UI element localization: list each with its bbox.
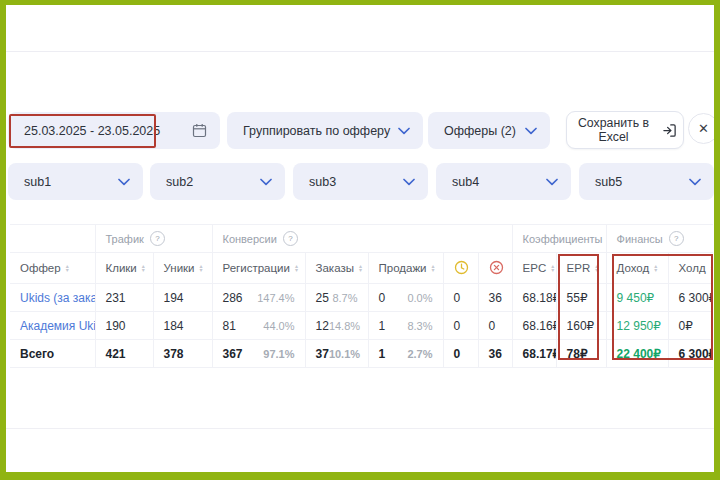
col-epc[interactable]: EPC [512, 253, 556, 284]
col-rejected[interactable] [478, 253, 512, 284]
group-conversions: Конверсии [212, 225, 512, 253]
offer-link[interactable]: Ukids (за заказ) [20, 291, 95, 305]
sort-icon [654, 264, 657, 272]
footer-divider [6, 428, 714, 429]
cell-epc: 68.18₽ [512, 284, 556, 312]
save-to-excel-label: Сохранить в Excel [573, 116, 654, 144]
cell-clicks: 190 [95, 312, 153, 340]
group-traffic-label: Трафик [106, 233, 144, 245]
cell-pending: 0 [443, 312, 478, 340]
sub5-dropdown[interactable]: sub5 [579, 163, 714, 200]
sort-icon [142, 264, 145, 272]
offers-dropdown[interactable]: Офферы (2) [428, 112, 550, 149]
cell-epr: 160₽ [556, 312, 606, 340]
cell-uniques: 194 [153, 284, 212, 312]
sort-icon [200, 264, 203, 272]
chevron-down-icon [525, 127, 537, 135]
export-excel-icon [662, 123, 677, 138]
col-pending[interactable] [443, 253, 478, 284]
col-orders[interactable]: Заказы [305, 253, 368, 284]
date-range-picker[interactable]: 25.03.2025 - 23.05.2025 [8, 112, 220, 149]
cell-income: 9 450₽ [606, 284, 668, 312]
cell-orders: 258.7% [305, 284, 368, 312]
chevron-down-icon [260, 178, 272, 186]
cell-pending: 0 [443, 284, 478, 312]
cell-registrations: 8144.0% [212, 312, 305, 340]
sub1-label: sub1 [24, 175, 51, 189]
table-group-header-row: Трафик Конверсии Коэффициенты Финансы [10, 225, 713, 253]
group-finances: Финансы [606, 225, 713, 253]
sub1-dropdown[interactable]: sub1 [8, 163, 143, 200]
cell-epc: 68.17₽ [512, 340, 556, 368]
pending-clock-icon [454, 260, 469, 275]
cell-hold: 6 300₽ [668, 284, 713, 312]
sub3-label: sub3 [309, 175, 336, 189]
sub4-dropdown[interactable]: sub4 [436, 163, 571, 200]
chevron-down-icon [118, 178, 130, 186]
cell-epr: 55₽ [556, 284, 606, 312]
rejected-cross-icon [489, 260, 504, 275]
table-total-row: Всего 421 378 36797.1% 3710.1% 12.7% 0 3… [10, 340, 713, 368]
col-sales[interactable]: Продажи [368, 253, 443, 284]
chevron-down-icon [403, 178, 415, 186]
col-uniques[interactable]: Уники [153, 253, 212, 284]
cell-orders: 3710.1% [305, 340, 368, 368]
calendar-icon [192, 123, 207, 138]
group-conversions-label: Конверсии [223, 233, 277, 245]
col-epr[interactable]: EPR [556, 253, 606, 284]
table-row: Ukids (за заказ) 231 194 286147.4% 258.7… [10, 284, 713, 312]
cell-hold: 6 300₽ [668, 340, 713, 368]
save-to-excel-button[interactable]: Сохранить в Excel [566, 111, 684, 149]
cell-income: 22 400₽ [606, 340, 668, 368]
cell-orders: 1214.8% [305, 312, 368, 340]
cell-sales: 00.0% [368, 284, 443, 312]
sort-icon [711, 264, 713, 272]
cell-pending: 0 [443, 340, 478, 368]
help-icon[interactable] [283, 231, 298, 246]
total-label: Всего [10, 340, 95, 368]
col-registrations[interactable]: Регистрации [212, 253, 305, 284]
stats-panel: 25.03.2025 - 23.05.2025 Группировать по … [6, 5, 714, 472]
cell-epc: 68.16₽ [512, 312, 556, 340]
cell-income: 12 950₽ [606, 312, 668, 340]
sort-icon [432, 264, 435, 272]
col-clicks[interactable]: Клики [95, 253, 153, 284]
cell-clicks: 231 [95, 284, 153, 312]
sort-icon [359, 264, 362, 272]
sort-icon [595, 264, 598, 272]
cell-uniques: 378 [153, 340, 212, 368]
cell-epr: 78₽ [556, 340, 606, 368]
col-offer[interactable]: Оффер [10, 253, 95, 284]
group-finances-label: Финансы [617, 233, 663, 245]
chevron-down-icon [689, 178, 701, 186]
close-icon: ✕ [698, 121, 709, 136]
sub2-dropdown[interactable]: sub2 [150, 163, 285, 200]
sub4-label: sub4 [452, 175, 479, 189]
table-header-row: Оффер Клики Уники Регистрации Заказы Про… [10, 253, 713, 284]
sort-icon [66, 264, 69, 272]
chevron-down-icon [546, 178, 558, 186]
help-icon[interactable] [150, 231, 165, 246]
cell-registrations: 286147.4% [212, 284, 305, 312]
close-button[interactable]: ✕ [688, 113, 714, 144]
offers-label: Офферы (2) [444, 124, 516, 138]
sub5-label: sub5 [595, 175, 622, 189]
group-traffic: Трафик [95, 225, 212, 253]
group-by-offer-dropdown[interactable]: Группировать по офферу [227, 112, 423, 149]
col-income[interactable]: Доход [606, 253, 668, 284]
green-frame: 25.03.2025 - 23.05.2025 Группировать по … [0, 0, 720, 480]
group-empty [10, 225, 95, 253]
top-bar [6, 5, 714, 52]
group-by-offer-label: Группировать по офферу [243, 124, 390, 138]
offer-link[interactable]: Академия Ukids [20, 319, 95, 333]
cell-hold: 0₽ [668, 312, 713, 340]
sort-icon [295, 264, 298, 272]
table-row: Академия Ukids 190 184 8144.0% 1214.8% 1… [10, 312, 713, 340]
col-hold[interactable]: Холд [668, 253, 713, 284]
cell-rejected: 36 [478, 340, 512, 368]
sub3-dropdown[interactable]: sub3 [293, 163, 428, 200]
date-range-value: 25.03.2025 - 23.05.2025 [24, 124, 160, 138]
help-icon[interactable] [669, 231, 684, 246]
cell-clicks: 421 [95, 340, 153, 368]
cell-rejected: 36 [478, 284, 512, 312]
